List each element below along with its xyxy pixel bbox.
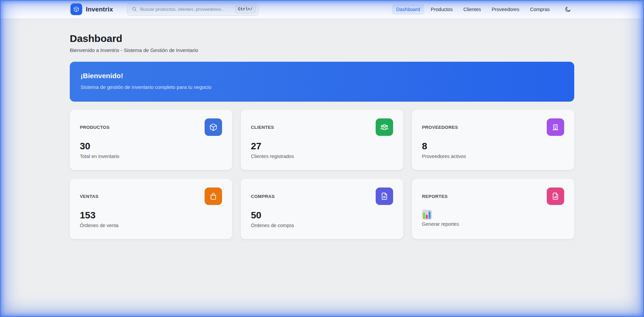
people-icon: [376, 118, 393, 136]
building-icon: [547, 118, 564, 136]
card-value: 27: [251, 141, 393, 152]
nav-link-clientes[interactable]: Clientes: [459, 4, 485, 15]
theme-toggle-button[interactable]: [562, 4, 574, 15]
search-box[interactable]: Ctrl+/: [127, 3, 259, 16]
stat-card-proveedores[interactable]: PROVEEDORES 8 Proveedores activos: [412, 110, 574, 170]
navbar: Inventrix Ctrl+/ Dashboard Productos Cli…: [0, 0, 644, 19]
stats-grid: PRODUCTOS 30 Total en inventario CLIENTE…: [70, 110, 574, 239]
cube-icon: [73, 6, 79, 12]
card-caption: Órdenes de venta: [80, 223, 222, 228]
search-input[interactable]: [140, 7, 232, 12]
page-subtitle: Bienvenido a Inventrix - Sistema de Gest…: [70, 47, 574, 53]
brand: Inventrix: [70, 3, 113, 15]
card-label: COMPRAS: [251, 194, 275, 199]
card-label: PROVEEDORES: [422, 125, 458, 130]
document-icon: [376, 188, 393, 205]
nav-link-productos[interactable]: Productos: [426, 4, 457, 15]
banner-subtitle: Sistema de gestión de inventario complet…: [80, 84, 564, 90]
card-value: [422, 210, 564, 220]
card-caption: Clientes registrados: [251, 154, 393, 159]
stat-card-ventas[interactable]: VENTAS 153 Órdenes de venta: [70, 179, 232, 239]
cube-icon: [205, 118, 222, 136]
brand-logo: [70, 3, 82, 15]
card-caption: Generar reportes: [422, 221, 564, 227]
card-value: 153: [80, 210, 222, 221]
card-caption: Total en inventario: [80, 154, 222, 159]
card-label: REPORTES: [422, 194, 448, 199]
card-caption: Órdenes de compra: [251, 223, 393, 228]
nav-link-proveedores[interactable]: Proveedores: [487, 4, 524, 15]
brand-name: Inventrix: [86, 6, 113, 13]
nav-menu: Dashboard Productos Clientes Proveedores…: [392, 4, 574, 15]
file-chart-icon: [547, 188, 564, 205]
stat-card-reportes[interactable]: REPORTES: [412, 179, 574, 239]
shopping-bag-icon: [205, 188, 222, 205]
nav-link-compras[interactable]: Compras: [526, 4, 554, 15]
card-value: 30: [80, 141, 222, 152]
card-label: CLIENTES: [251, 125, 274, 130]
stat-card-compras[interactable]: COMPRAS 50 Órdenes de compra: [241, 179, 403, 239]
page-title: Dashboard: [70, 33, 574, 44]
search-shortcut-badge: Ctrl+/: [235, 5, 256, 13]
welcome-banner: ¡Bienvenido! Sistema de gestión de inven…: [70, 62, 574, 102]
stat-card-productos[interactable]: PRODUCTOS 30 Total en inventario: [70, 110, 232, 170]
main-content: Dashboard Bienvenido a Inventrix - Siste…: [70, 19, 574, 239]
card-value: 50: [251, 210, 393, 221]
card-label: VENTAS: [80, 194, 99, 199]
nav-link-dashboard[interactable]: Dashboard: [392, 4, 424, 15]
banner-title: ¡Bienvenido!: [80, 72, 564, 80]
bar-chart-emoji-icon: [422, 210, 432, 220]
card-label: PRODUCTOS: [80, 125, 110, 130]
card-value: 8: [422, 141, 564, 152]
moon-icon: [565, 6, 571, 13]
card-caption: Proveedores activos: [422, 154, 564, 159]
stat-card-clientes[interactable]: CLIENTES 27 Clientes registrados: [241, 110, 403, 170]
search-icon: [131, 6, 137, 12]
